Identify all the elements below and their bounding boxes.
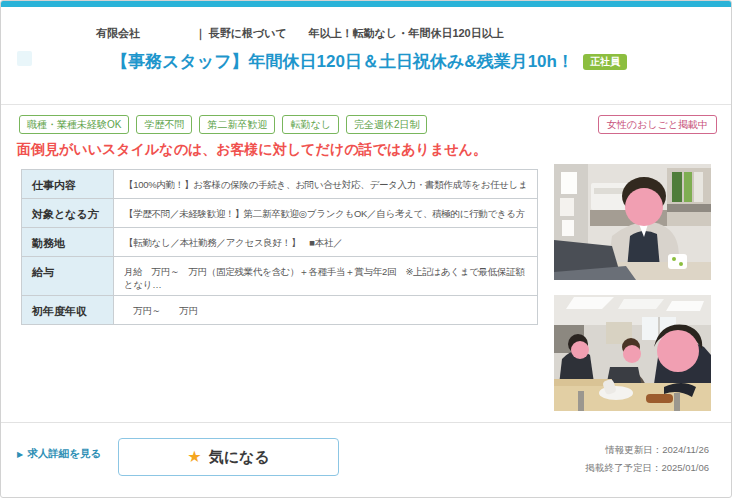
listing-meta: 情報更新日：2024/11/26 掲載終了予定日：2025/01/06 — [585, 441, 709, 477]
updated-date-value: 2024/11/26 — [662, 444, 709, 455]
table-row: 初年度年収 万円～ 万円 — [22, 296, 537, 325]
expires-date-label: 掲載終了予定日： — [585, 462, 661, 473]
catch-copy: 面倒見がいいスタイルなのは、お客様に対してだけの話ではありません。 — [17, 141, 487, 159]
detail-value: 【転勤なし／本社勤務／アクセス良好！】 ■本社／ — [114, 228, 537, 256]
faint-new-icon — [17, 51, 32, 66]
footer-divider — [1, 422, 732, 423]
job-details-table: 仕事内容 【100%内勤！】お客様の保険の手続き、お問い合せ対応、データ入力・書… — [21, 169, 538, 325]
job-details-link-label: 求人詳細を見る — [27, 447, 101, 461]
tag-no-transfer: 転勤なし — [282, 115, 338, 134]
office-photo-team — [554, 295, 711, 411]
detail-label: 対象となる方 — [22, 199, 114, 227]
office-photo-woman-at-desk — [554, 164, 711, 280]
table-row: 給与 月給 万円～ 万円（固定残業代を含む）＋各種手当＋賞与年2回 ※上記はあく… — [22, 257, 537, 296]
detail-value: 【学歴不問／未経験歓迎！】第二新卒歓迎◎ブランクもOK／自ら考えて、積極的に行動… — [114, 199, 537, 227]
tag-education: 学歴不問 — [136, 115, 192, 134]
table-row: 対象となる方 【学歴不問／未経験歓迎！】第二新卒歓迎◎ブランクもOK／自ら考えて… — [22, 199, 537, 228]
table-row: 勤務地 【転勤なし／本社勤務／アクセス良好！】 ■本社／ — [22, 228, 537, 257]
favorite-button-label: 気になる — [209, 448, 270, 467]
play-icon: ▶ — [17, 450, 23, 459]
employment-type-badge: 正社員 — [583, 54, 627, 70]
card-header: 有限会社 ｜ 長野に根づいて 年以上！転勤なし・年間休日120日以上 【事務スタ… — [1, 7, 731, 105]
expires-date-value: 2025/01/06 — [661, 462, 709, 473]
job-details-link[interactable]: ▶ 求人詳細を見る — [17, 447, 101, 461]
title-row: 【事務スタッフ】年間休日120日＆土日祝休み&残業月10h！ 正社員 — [111, 50, 627, 73]
favorite-button[interactable]: ★ 気になる — [118, 438, 339, 476]
updated-date-label: 情報更新日： — [605, 444, 662, 455]
company-line: 有限会社 ｜ 長野に根づいて 年以上！転勤なし・年間休日120日以上 — [96, 26, 504, 41]
table-row: 仕事内容 【100%内勤！】お客様の保険の手続き、お問い合せ対応、データ入力・書… — [22, 170, 537, 199]
detail-label: 給与 — [22, 257, 114, 295]
expires-date-line: 掲載終了予定日：2025/01/06 — [585, 459, 709, 477]
job-listing-card: 有限会社 ｜ 長野に根づいて 年以上！転勤なし・年間休日120日以上 【事務スタ… — [0, 0, 732, 498]
detail-label: 仕事内容 — [22, 170, 114, 198]
detail-label: 勤務地 — [22, 228, 114, 256]
detail-value: 万円～ 万円 — [114, 296, 537, 324]
tag-two-days-off: 完全週休2日制 — [346, 115, 428, 134]
detail-value: 月給 万円～ 万円（固定残業代を含む）＋各種手当＋賞与年2回 ※上記はあくまで最… — [114, 257, 537, 295]
star-icon: ★ — [187, 449, 201, 465]
tag-no-experience: 職種・業種未経験OK — [19, 115, 129, 134]
detail-label: 初年度年収 — [22, 296, 114, 324]
tag-second-grad: 第二新卒歓迎 — [199, 115, 275, 134]
feature-tags: 職種・業種未経験OK 学歴不問 第二新卒歓迎 転勤なし 完全週休2日制 — [19, 115, 427, 134]
womens-job-badge: 女性のおしごと掲載中 — [598, 115, 717, 134]
updated-date-line: 情報更新日：2024/11/26 — [585, 441, 709, 459]
job-title-link[interactable]: 【事務スタッフ】年間休日120日＆土日祝休み&残業月10h！ — [111, 50, 574, 73]
detail-value: 【100%内勤！】お客様の保険の手続き、お問い合せ対応、データ入力・書類作成等を… — [114, 170, 537, 198]
